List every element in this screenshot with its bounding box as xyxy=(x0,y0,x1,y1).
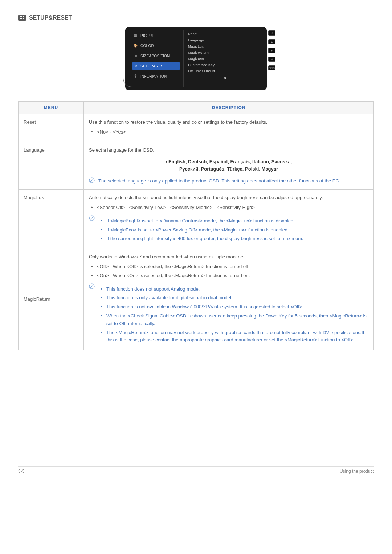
section-header: SETUP&RESET xyxy=(18,15,374,21)
list-item: If the surrounding light intensity is 40… xyxy=(101,235,303,243)
menu-cell: MagicLux xyxy=(19,190,84,249)
list-item: The <MagicReturn> function may not work … xyxy=(101,329,368,344)
table-row: Reset Use this function to restore the v… xyxy=(19,114,374,142)
osd-menu-label: COLOR xyxy=(140,44,154,48)
list-item: <On> - When <On> is selected, the <Magic… xyxy=(91,272,368,280)
osd-image: ▦PICTURE 🎨COLOR ⧉SIZE&POSITION ⚙SETUP&RE… xyxy=(18,27,374,90)
osd-menu-label: SIZE&POSITION xyxy=(140,54,170,58)
osd-menu-label: INFORMATION xyxy=(140,74,167,78)
list-item: This function does not support Analog mo… xyxy=(101,286,368,293)
footer-left: 3-5 xyxy=(18,469,24,474)
list-item: <No> - <Yes> xyxy=(91,128,368,136)
note-block: This function does not support Analog mo… xyxy=(89,283,368,346)
note-icon xyxy=(89,283,95,289)
osd-arrow-icon: ▼ xyxy=(188,76,262,81)
osd-item: MagicEco xyxy=(188,57,262,61)
osd-menu-sizepos: ⧉SIZE&POSITION xyxy=(132,52,180,59)
osd-right-menu: Reset Language MagicLux MagicReturn Magi… xyxy=(184,27,267,90)
section-title: SETUP&RESET xyxy=(29,15,72,21)
language-list: • English, Deutsch, Español, Français, I… xyxy=(89,158,368,172)
magiclux-intro: Automatically detects the surrounding li… xyxy=(89,194,368,202)
menu-cell: Language xyxy=(19,142,84,190)
note-text: The selected language is only applied to… xyxy=(98,177,340,185)
svg-rect-0 xyxy=(20,16,22,17)
list-item: If <MagicEco> is set to <Power Saving Of… xyxy=(101,226,303,234)
list-item: This function is not available in Window… xyxy=(101,303,368,311)
osd-menu-information: ⓘINFORMATION xyxy=(132,73,180,80)
osd-btn-close: ✕ xyxy=(268,30,275,36)
table-row: MagicLux Automatically detects the surro… xyxy=(19,190,374,249)
setup-icon xyxy=(18,15,26,21)
osd-item: Reset xyxy=(188,32,262,36)
note-list: If <MagicBright> is set to <Dynamic Cont… xyxy=(98,217,303,244)
osd-menu-label: PICTURE xyxy=(140,34,157,38)
svg-line-9 xyxy=(90,285,93,288)
menu-cell: MagicReturn xyxy=(19,249,84,350)
reset-intro: Use this function to restore the visual … xyxy=(89,119,368,126)
menu-cell: Reset xyxy=(19,114,84,142)
svg-line-7 xyxy=(90,217,93,219)
reset-opts: <No> - <Yes> xyxy=(89,128,368,136)
desc-cell: Use this function to restore the visual … xyxy=(84,114,374,142)
svg-rect-1 xyxy=(23,16,24,17)
note-icon xyxy=(89,215,95,221)
list-item: When the <Check Signal Cable> OSD is sho… xyxy=(101,312,368,328)
osd-btn-enter: ⏎ xyxy=(268,57,275,62)
desc-cell: Select a language for the OSD. • English… xyxy=(84,142,374,190)
osd-btn-up: ▴ xyxy=(268,39,275,44)
settings-table: MENU DESCRIPTION Reset Use this function… xyxy=(18,101,374,350)
osd-menu-color: 🎨COLOR xyxy=(132,42,180,49)
osd-item: Language xyxy=(188,38,262,42)
svg-rect-3 xyxy=(23,18,24,19)
osd-item: MagicReturn xyxy=(188,50,262,54)
list-item: If <MagicBright> is set to <Dynamic Cont… xyxy=(101,217,303,225)
osd-left-menu: ▦PICTURE 🎨COLOR ⧉SIZE&POSITION ⚙SETUP&RE… xyxy=(125,27,183,90)
language-intro: Select a language for the OSD. xyxy=(89,147,368,154)
note-list: This function does not support Analog mo… xyxy=(98,286,368,346)
language-line: • English, Deutsch, Español, Français, I… xyxy=(89,158,368,165)
osd-menu-label: SETUP&RESET xyxy=(140,64,168,68)
th-desc: DESCRIPTION xyxy=(84,102,374,114)
osd-btn-down: ▾ xyxy=(268,48,275,53)
svg-rect-2 xyxy=(20,18,22,19)
th-menu: MENU xyxy=(19,102,84,114)
language-line: Русский, Português, Türkçe, Polski, Magy… xyxy=(89,165,368,173)
page-footer: 3-5 Using the product xyxy=(18,466,374,474)
osd-item: Customized Key xyxy=(188,63,262,67)
table-row: MagicReturn Only works in Windows 7 and … xyxy=(19,249,374,350)
note-icon xyxy=(89,177,95,183)
magicreturn-intro: Only works in Windows 7 and recommended … xyxy=(89,253,368,261)
osd-btn-auto: AUTO xyxy=(268,65,275,70)
note-block: The selected language is only applied to… xyxy=(89,177,368,185)
note-block: If <MagicBright> is set to <Dynamic Cont… xyxy=(89,215,368,244)
list-item: This function is only available for digi… xyxy=(101,294,368,302)
osd-buttons: ✕ ▴ ▾ ⏎ AUTO xyxy=(268,30,275,70)
footer-right: Using the product xyxy=(340,469,374,474)
osd-menu-setupreset: ⚙SETUP&RESET xyxy=(132,62,180,70)
osd-item: Off Timer On/Off xyxy=(188,69,262,73)
magicreturn-items: <Off> - When <Off> is selected, the <Mag… xyxy=(89,263,368,280)
list-item: <Off> - When <Off> is selected, the <Mag… xyxy=(91,263,368,271)
osd-menu-picture: ▦PICTURE xyxy=(132,32,180,39)
magiclux-opts: <Sensor Off> - <Sensitivity-Low> - <Sens… xyxy=(89,204,368,212)
table-row: Language Select a language for the OSD. … xyxy=(19,142,374,190)
svg-line-5 xyxy=(90,179,93,182)
list-item: <Sensor Off> - <Sensitivity-Low> - <Sens… xyxy=(91,204,368,212)
osd-item: MagicLux xyxy=(188,44,262,48)
desc-cell: Automatically detects the surrounding li… xyxy=(84,190,374,249)
osd-panel: ▦PICTURE 🎨COLOR ⧉SIZE&POSITION ⚙SETUP&RE… xyxy=(125,27,267,90)
desc-cell: Only works in Windows 7 and recommended … xyxy=(84,249,374,350)
